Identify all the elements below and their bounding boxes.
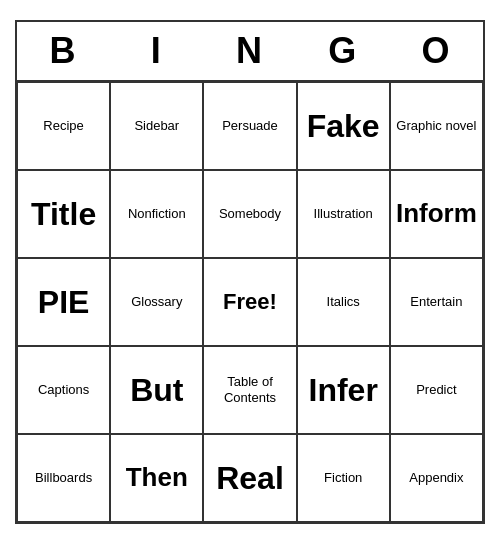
bingo-cell: Captions bbox=[17, 346, 110, 434]
bingo-cell: Recipe bbox=[17, 82, 110, 170]
bingo-cell: Illustration bbox=[297, 170, 390, 258]
bingo-cell: Italics bbox=[297, 258, 390, 346]
bingo-cell: PIE bbox=[17, 258, 110, 346]
bingo-cell: Persuade bbox=[203, 82, 296, 170]
bingo-card: BINGO RecipeSidebarPersuadeFakeGraphic n… bbox=[15, 20, 485, 524]
bingo-grid: RecipeSidebarPersuadeFakeGraphic novelTi… bbox=[17, 82, 483, 522]
bingo-cell: Appendix bbox=[390, 434, 483, 522]
bingo-cell: Real bbox=[203, 434, 296, 522]
bingo-cell: Sidebar bbox=[110, 82, 203, 170]
bingo-cell: Billboards bbox=[17, 434, 110, 522]
bingo-cell: Table of Contents bbox=[203, 346, 296, 434]
bingo-cell: Then bbox=[110, 434, 203, 522]
bingo-cell: Free! bbox=[203, 258, 296, 346]
bingo-cell: Predict bbox=[390, 346, 483, 434]
bingo-cell: But bbox=[110, 346, 203, 434]
header-letter: G bbox=[297, 22, 390, 80]
header-letter: O bbox=[390, 22, 483, 80]
header-letter: N bbox=[203, 22, 296, 80]
bingo-cell: Somebody bbox=[203, 170, 296, 258]
bingo-cell: Title bbox=[17, 170, 110, 258]
bingo-cell: Fake bbox=[297, 82, 390, 170]
bingo-cell: Glossary bbox=[110, 258, 203, 346]
bingo-cell: Graphic novel bbox=[390, 82, 483, 170]
bingo-cell: Entertain bbox=[390, 258, 483, 346]
bingo-cell: Infer bbox=[297, 346, 390, 434]
bingo-cell: Nonfiction bbox=[110, 170, 203, 258]
bingo-cell: Fiction bbox=[297, 434, 390, 522]
bingo-header: BINGO bbox=[17, 22, 483, 82]
header-letter: I bbox=[110, 22, 203, 80]
header-letter: B bbox=[17, 22, 110, 80]
bingo-cell: Inform bbox=[390, 170, 483, 258]
